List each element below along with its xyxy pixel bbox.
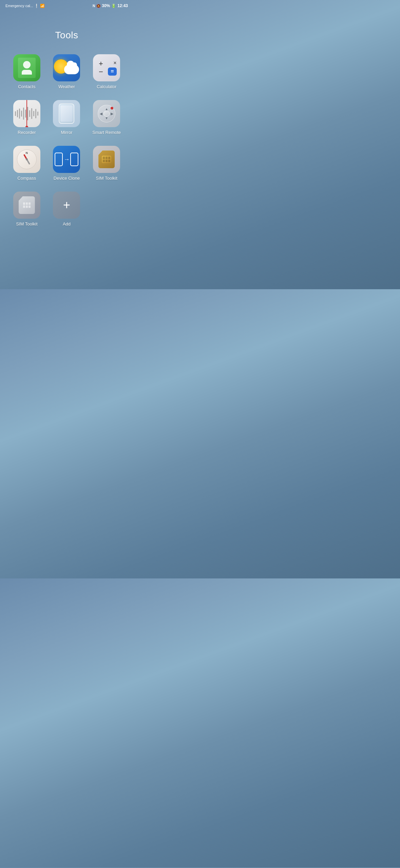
sim-contact-w6	[28, 205, 31, 208]
sim-toolkit-gold-icon[interactable]	[93, 146, 120, 173]
app-item-weather[interactable]: Weather	[53, 54, 80, 89]
clone-phone-right	[70, 153, 78, 166]
status-bar: Emergency cal... ❕ 📶 N 🔕 30% 🔋 12:43	[0, 0, 133, 9]
sim-contact-4	[103, 160, 105, 162]
calc-equals-sign: =	[108, 67, 116, 76]
wave-bar-3	[19, 108, 20, 119]
remote-indicator-dot	[111, 107, 113, 110]
compass-icon[interactable]: N	[13, 146, 40, 173]
wave-bar-4	[21, 111, 22, 117]
sim-contact-6	[108, 160, 110, 162]
status-left: Emergency cal... ❕ 📶	[5, 4, 45, 8]
remote-circle: ▲ ▼ ◀ ▶	[98, 105, 115, 122]
app-item-mirror[interactable]: Mirror	[53, 100, 80, 135]
sim-contact-2	[106, 157, 108, 159]
sim-contact-1	[103, 157, 105, 159]
status-right: N 🔕 30% 🔋 12:43	[93, 3, 128, 8]
wave-bar-10	[33, 111, 34, 116]
contacts-avatar	[23, 61, 31, 68]
sim-toolkit-white-label: SIM Toolkit	[16, 221, 37, 226]
sim-contact-w3	[28, 202, 31, 205]
clone-phone-left	[55, 153, 63, 166]
sim-chip-white	[22, 201, 32, 209]
app-item-calculator[interactable]: + − × = Calculator	[93, 54, 120, 89]
wave-bar-1	[15, 111, 16, 116]
remote-center-button	[103, 111, 110, 117]
add-plus-sign: +	[63, 199, 70, 211]
time-text: 12:43	[117, 3, 128, 8]
contacts-body	[22, 70, 32, 75]
sim-card-white	[19, 196, 35, 214]
compass-label: Compass	[17, 176, 36, 181]
wave-bar-11	[35, 109, 36, 118]
sim-white-icon-inner	[13, 192, 40, 219]
mirror-icon[interactable]	[53, 100, 80, 127]
contacts-icon[interactable]	[13, 54, 40, 81]
wave-bar-12	[37, 112, 38, 116]
app-item-device-clone[interactable]: → Device Clone	[53, 146, 80, 181]
app-item-compass[interactable]: N Compass	[13, 146, 40, 181]
mirror-screen	[60, 105, 73, 122]
smart-remote-label: Smart Remote	[92, 130, 121, 135]
device-clone-icon[interactable]: →	[53, 146, 80, 173]
nfc-icon: N	[93, 4, 95, 8]
app-item-recorder[interactable]: Recorder	[13, 100, 40, 135]
clone-arrow-icon: →	[63, 156, 70, 163]
remote-icon-inner: ▲ ▼ ◀ ▶	[93, 100, 120, 127]
calc-plus-minus: + −	[97, 60, 105, 76]
app-item-contacts[interactable]: Contacts	[13, 54, 40, 89]
smart-remote-icon[interactable]: ▲ ▼ ◀ ▶	[93, 100, 120, 127]
recorder-waves	[15, 107, 38, 120]
recorder-icon[interactable]	[13, 100, 40, 127]
sim-toolkit-white-icon[interactable]	[13, 192, 40, 219]
remote-arrow-left: ◀	[100, 112, 102, 116]
remote-arrow-right: ▶	[111, 112, 113, 116]
calculator-icon[interactable]: + − × =	[93, 54, 120, 81]
exclamation-icon: ❕	[34, 4, 39, 8]
sim-chip-gold	[102, 156, 111, 163]
silent-icon: 🔕	[96, 4, 100, 8]
weather-label: Weather	[58, 84, 75, 89]
remote-arrow-down: ▼	[105, 116, 108, 120]
device-clone-label: Device Clone	[54, 176, 80, 181]
add-icon[interactable]: +	[53, 192, 80, 219]
compass-face: N	[17, 150, 37, 169]
calc-minus-sign: −	[99, 68, 103, 76]
sim-card-gold	[98, 151, 115, 168]
add-icon-inner: +	[53, 192, 80, 219]
app-item-sim-toolkit-gold[interactable]: SIM Toolkit	[93, 146, 120, 181]
weather-icon-inner	[53, 54, 80, 81]
weather-icon[interactable]	[53, 54, 80, 81]
sim-contact-5	[106, 160, 108, 162]
page-title: Tools	[0, 30, 133, 41]
weather-cloud	[64, 65, 79, 74]
calculator-label: Calculator	[97, 84, 117, 89]
sim-contact-w5	[26, 205, 28, 208]
compass-icon-inner: N	[13, 146, 40, 173]
emergency-call-text: Emergency cal...	[5, 4, 33, 8]
battery-text: 30%	[102, 3, 110, 8]
sim-contact-w2	[26, 202, 28, 205]
app-grid: Contacts Weather + − × =	[0, 54, 133, 226]
wifi-icon: 📶	[40, 4, 45, 8]
add-label: Add	[63, 221, 71, 226]
app-item-sim-toolkit-white[interactable]: SIM Toolkit	[13, 192, 40, 226]
remote-arrow-up: ▲	[105, 107, 108, 111]
app-item-smart-remote[interactable]: ▲ ▼ ◀ ▶ Smart Remote	[92, 100, 121, 135]
wave-bar-7	[27, 107, 28, 120]
mirror-icon-inner	[53, 100, 80, 127]
compass-north-label: N	[26, 151, 28, 155]
calc-display: + − × =	[97, 60, 117, 76]
recorder-needle	[26, 100, 27, 127]
clone-icon-inner: →	[53, 146, 80, 173]
calc-times-sign: ×	[113, 60, 116, 66]
wave-bar-9	[31, 108, 32, 119]
sim-contact-w1	[23, 202, 25, 205]
app-item-add[interactable]: + Add	[53, 192, 80, 226]
mirror-label: Mirror	[61, 130, 73, 135]
sim-gold-icon-inner	[93, 146, 120, 173]
calc-times-eq: × =	[108, 60, 116, 76]
battery-icon: 🔋	[111, 4, 116, 8]
contacts-label: Contacts	[18, 84, 35, 89]
contacts-page	[18, 58, 36, 78]
